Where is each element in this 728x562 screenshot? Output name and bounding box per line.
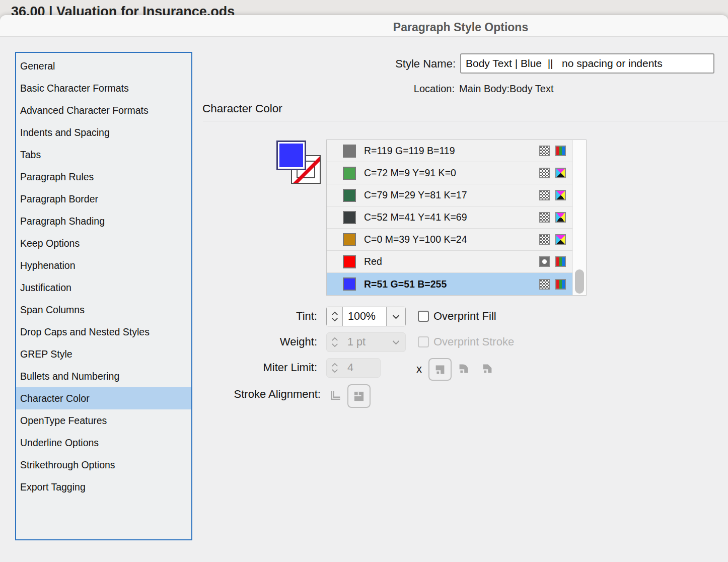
tint-value[interactable]: 100%	[343, 307, 386, 326]
swatch-list: R=119 G=119 B=119C=72 M=9 Y=91 K=0C=79 M…	[326, 139, 587, 296]
process-color-icon	[539, 234, 550, 245]
overprint-fill-checkbox[interactable]	[418, 311, 429, 322]
rgb-mode-icon	[555, 279, 566, 290]
chevron-down-icon	[331, 317, 338, 322]
swatch-name: Red	[364, 256, 382, 267]
sidebar-item-justification[interactable]: Justification	[16, 276, 191, 299]
stroke-align-center-button	[326, 386, 344, 404]
spot-color-icon	[539, 256, 550, 267]
swatch-icons	[539, 190, 566, 200]
dialog-header[interactable]: Paragraph Style Options	[0, 15, 728, 37]
swatch-color-chip	[343, 167, 356, 180]
style-options-list: GeneralBasic Character FormatsAdvanced C…	[15, 52, 192, 540]
chevron-down-icon	[392, 340, 400, 345]
swatch-row[interactable]: R=119 G=119 B=119	[327, 140, 573, 162]
swatch-row[interactable]: R=51 G=51 B=255	[327, 273, 573, 295]
sidebar-item-tabs[interactable]: Tabs	[16, 144, 191, 166]
sidebar-item-span-columns[interactable]: Span Columns	[16, 299, 191, 321]
cmyk-mode-icon	[555, 212, 566, 223]
fill-proxy[interactable]	[276, 140, 306, 170]
cmyk-mode-icon	[555, 190, 566, 200]
miter-join-button	[428, 358, 452, 381]
location-value: Main Body:Body Text	[459, 83, 554, 95]
sidebar-item-paragraph-shading[interactable]: Paragraph Shading	[16, 210, 191, 232]
swatch-row[interactable]: C=79 M=29 Y=81 K=17	[327, 184, 573, 206]
weight-dropdown	[387, 333, 405, 352]
sidebar-item-advanced-character-formats[interactable]: Advanced Character Formats	[16, 99, 191, 121]
sidebar-item-character-color[interactable]: Character Color	[16, 387, 191, 409]
miter-join-icon	[434, 364, 446, 376]
location-label: Location:	[355, 83, 455, 95]
swatch-icons	[539, 256, 566, 267]
tint-dropdown[interactable]	[386, 307, 405, 326]
chevron-up-icon	[331, 337, 338, 341]
swatch-row[interactable]: C=0 M=39 Y=100 K=24	[327, 229, 573, 251]
cmyk-mode-icon	[555, 234, 566, 245]
style-name-value: Body Text | Blue || no spacing or indent…	[461, 54, 713, 73]
swatch-color-chip	[343, 211, 356, 224]
swatch-name: C=72 M=9 Y=91 K=0	[364, 167, 456, 179]
sidebar-item-hyphenation[interactable]: Hyphenation	[16, 254, 191, 276]
sidebar-item-opentype-features[interactable]: OpenType Features	[16, 409, 191, 432]
sidebar-item-paragraph-rules[interactable]: Paragraph Rules	[16, 166, 191, 188]
stroke-alignment-label: Stroke Alignment:	[171, 388, 321, 401]
swatch-color-chip	[343, 189, 356, 202]
section-divider	[203, 121, 728, 121]
tint-stepper[interactable]	[327, 307, 343, 326]
sidebar-item-basic-character-formats[interactable]: Basic Character Formats	[16, 77, 191, 99]
sidebar-item-keep-options[interactable]: Keep Options	[16, 232, 191, 254]
sidebar-item-indents-and-spacing[interactable]: Indents and Spacing	[16, 121, 191, 144]
swatch-name: R=51 G=51 B=255	[364, 278, 447, 290]
weight-label: Weight:	[216, 335, 317, 348]
scrollbar-thumb[interactable]	[575, 269, 584, 294]
chevron-down-icon	[331, 369, 338, 373]
cmyk-mode-icon	[555, 168, 566, 178]
sidebar-item-underline-options[interactable]: Underline Options	[16, 432, 191, 454]
bevel-join-icon	[481, 363, 493, 375]
process-color-icon	[539, 146, 550, 156]
sidebar-item-general[interactable]: General	[16, 55, 191, 77]
swatch-icons	[539, 146, 566, 156]
sidebar-item-paragraph-border[interactable]: Paragraph Border	[16, 188, 191, 210]
section-title: Character Color	[202, 102, 282, 115]
chevron-up-icon	[331, 363, 338, 367]
round-join-button	[456, 361, 472, 377]
rgb-mode-icon	[555, 256, 566, 267]
swatch-row[interactable]: Red	[327, 251, 573, 273]
swatch-name: C=52 M=41 Y=41 K=69	[364, 212, 467, 223]
swatch-icons	[539, 279, 566, 290]
swatch-icons	[539, 168, 566, 178]
scrollbar[interactable]	[572, 140, 586, 295]
swatch-icons	[539, 234, 566, 245]
miter-limit-label: Miter Limit:	[191, 361, 317, 374]
sidebar-item-export-tagging[interactable]: Export Tagging	[16, 476, 191, 498]
process-color-icon	[539, 190, 550, 200]
sidebar-item-strikethrough-options[interactable]: Strikethrough Options	[16, 454, 191, 476]
swatch-color-chip	[343, 277, 356, 291]
stroke-align-inside-icon	[352, 390, 366, 403]
swatch-name: R=119 G=119 B=119	[364, 145, 455, 157]
tint-label: Tint:	[216, 310, 317, 323]
sidebar-item-drop-caps-and-nested-styles[interactable]: Drop Caps and Nested Styles	[16, 321, 191, 343]
weight-control: 1 pt	[326, 332, 406, 352]
swatch-color-chip	[343, 255, 356, 268]
miter-limit-stepper	[327, 359, 342, 377]
overprint-stroke-checkbox	[418, 336, 429, 347]
swatch-icons	[539, 212, 566, 223]
style-name-label: Style Name:	[355, 57, 456, 71]
chevron-down-icon	[392, 314, 400, 319]
background-window-titlebar: 36.00 | Valuation for Insurance.ods	[0, 0, 728, 16]
swatch-row[interactable]: C=52 M=41 Y=41 K=69	[327, 206, 573, 229]
tint-control[interactable]: 100%	[326, 307, 406, 326]
background-window-title: 36.00 | Valuation for Insurance.ods	[11, 4, 235, 16]
miter-limit-suffix: x	[416, 363, 422, 376]
sidebar-item-grep-style[interactable]: GREP Style	[16, 343, 191, 365]
stroke-align-inside-button	[347, 384, 371, 408]
swatch-row[interactable]: C=72 M=9 Y=91 K=0	[327, 162, 573, 184]
overprint-fill-label: Overprint Fill	[433, 310, 496, 323]
weight-stepper	[327, 333, 342, 352]
style-name-input[interactable]: Body Text | Blue || no spacing or indent…	[460, 53, 714, 74]
process-color-icon	[539, 279, 550, 290]
sidebar-item-bullets-and-numbering[interactable]: Bullets and Numbering	[16, 365, 191, 387]
process-color-icon	[539, 168, 550, 178]
